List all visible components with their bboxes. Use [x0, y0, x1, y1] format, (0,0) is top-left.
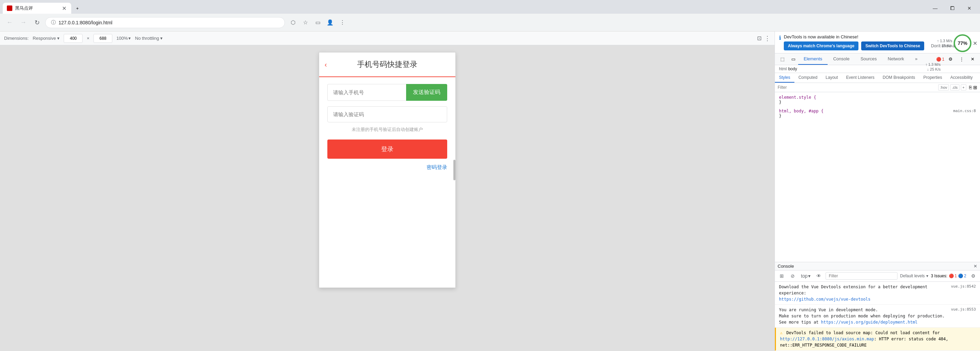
error-count: 1: [942, 57, 944, 62]
sidebar-icon[interactable]: ▭: [312, 17, 323, 28]
tab-styles[interactable]: Styles: [775, 73, 794, 83]
devtools-close-button[interactable]: ✕: [968, 54, 977, 64]
hint-text: 未注册的手机号验证后自动创建账户: [327, 126, 447, 132]
minimize-button[interactable]: —: [927, 3, 943, 14]
zoom-select[interactable]: 100% ▾: [116, 36, 131, 41]
styles-filter-row: :hov .cls + ⎘ ⊞: [775, 83, 980, 92]
console-messages: vue.js:8542 Download the Vue Devtools ex…: [775, 282, 980, 351]
password-login-link[interactable]: 密码登录: [426, 164, 447, 170]
devtools-device-icon[interactable]: ▭: [789, 54, 798, 64]
download-stat: ↓ 25 K/s: [925, 67, 940, 71]
dimensions-label: Dimensions:: [4, 36, 29, 41]
throttle-label: No throttling: [135, 36, 159, 41]
url-text: 127.0.0.1:8080/login.html: [59, 20, 279, 26]
vue-devtools-link[interactable]: https://github.com/vuejs/vue-devtools: [779, 297, 870, 302]
breadcrumb-body[interactable]: body: [788, 67, 797, 71]
tab-elements[interactable]: Elements: [798, 53, 827, 65]
console-clear-button[interactable]: ⊘: [789, 272, 797, 280]
tab-sources[interactable]: Sources: [855, 53, 882, 65]
console-levels-chevron: ▾: [926, 274, 928, 278]
back-button[interactable]: ←: [4, 17, 15, 28]
device-more-icon[interactable]: ⋮: [764, 35, 770, 42]
tab-close-button[interactable]: ✕: [61, 5, 67, 11]
close-window-button[interactable]: ✕: [961, 3, 977, 14]
banner-info-icon: ℹ: [779, 35, 781, 41]
download-stat-2: ↓ 25 K/s: [937, 43, 952, 48]
console-settings-button[interactable]: ⚙: [969, 272, 977, 280]
breadcrumb-html[interactable]: html: [779, 67, 787, 71]
device-type-select[interactable]: Responsive ▾: [33, 36, 60, 41]
console-close-button[interactable]: ✕: [974, 263, 977, 269]
axios-map-link[interactable]: http://127.0.0.1:8080/js/axios.min.map: [780, 337, 874, 341]
cast-icon[interactable]: ⬡: [288, 17, 299, 28]
throttle-select[interactable]: No throttling ▾: [135, 36, 163, 41]
console-sidebar-toggle[interactable]: ⊞: [778, 272, 786, 280]
tab-favicon: [7, 5, 12, 11]
console-message-2: vue.js:8553 You are running Vue in devel…: [775, 305, 980, 328]
menu-icon[interactable]: ⋮: [337, 17, 348, 28]
send-code-button[interactable]: 发送验证码: [406, 84, 447, 101]
css-source-link[interactable]: main.css:8: [953, 108, 976, 113]
forward-button[interactable]: →: [18, 17, 29, 28]
tab-accessibility[interactable]: Accessibility: [946, 73, 977, 83]
back-arrow-icon[interactable]: ‹: [325, 61, 327, 69]
more-style-icon[interactable]: ⊞: [973, 85, 977, 90]
console-context-select[interactable]: top ▾: [800, 272, 812, 280]
devtools-panel: ↑ 1.3 M/s ↓ 25 K/s ↑ 1.3 M/s ↓ 25 K/s 77…: [775, 32, 980, 351]
console-msg-source-2[interactable]: vue.js:8553: [951, 307, 976, 313]
console-message-3: ⚠ DevTools failed to load source map: Co…: [775, 328, 980, 351]
width-input[interactable]: [64, 34, 83, 43]
zoom-label: 100%: [116, 36, 128, 41]
add-style-button[interactable]: +: [961, 84, 966, 91]
tab-properties[interactable]: Properties: [920, 73, 947, 83]
new-tab-button[interactable]: +: [73, 3, 82, 13]
tab-event-listeners[interactable]: Event Listeners: [842, 73, 879, 83]
main-content-area: Dimensions: Responsive ▾ × 100% ▾ No thr…: [0, 32, 980, 351]
error-icon: 🔴: [936, 57, 941, 62]
browser-tab-active[interactable]: 黑马点评 ✕: [3, 3, 71, 14]
login-header: ‹ 手机号码快捷登录: [319, 53, 455, 77]
tab-computed[interactable]: Computed: [794, 73, 821, 83]
phone-input[interactable]: [327, 84, 406, 101]
verification-code-input[interactable]: [327, 106, 447, 122]
rotate-icon[interactable]: ⊡: [757, 35, 762, 41]
cls-filter-button[interactable]: .cls: [950, 84, 959, 91]
devtools-settings-button[interactable]: ⚙: [946, 54, 955, 64]
console-levels-select[interactable]: Default levels ▾: [900, 274, 928, 278]
switch-devtools-button[interactable]: Switch DevTools to Chinese: [861, 41, 924, 50]
devtools-banner-close[interactable]: ✕: [973, 40, 977, 46]
issues-red-count: 🔴 1: [949, 274, 957, 278]
tab-bar: 黑马点评 ✕ + — ⧠ ✕: [0, 0, 980, 14]
address-bar[interactable]: ⓘ 127.0.0.1:8080/login.html: [45, 17, 285, 28]
console-msg-source-1[interactable]: vue.js:8542: [951, 284, 976, 290]
tab-console[interactable]: Console: [827, 53, 855, 65]
tab-network[interactable]: Network: [882, 53, 910, 65]
console-filter-input[interactable]: [826, 272, 897, 280]
devtools-more-button[interactable]: ⋮: [957, 54, 966, 64]
profile-icon[interactable]: 👤: [325, 17, 336, 28]
hov-filter-button[interactable]: :hov: [938, 84, 949, 91]
phone-display-area: ‹ 手机号码快捷登录 发送验证码 未注册的手机号验证后自动创建账户 登录: [0, 45, 775, 351]
dimension-separator: ×: [87, 36, 89, 41]
refresh-button[interactable]: ↻: [32, 17, 43, 28]
devtools-inspect-icon[interactable]: ⬚: [778, 54, 787, 64]
maximize-button[interactable]: ⧠: [944, 3, 960, 14]
match-language-button[interactable]: Always match Chrome's language: [784, 41, 858, 50]
css-rule-element-style: element.style { }: [779, 95, 976, 105]
tab-dom-breakpoints[interactable]: DOM Breakpoints: [879, 73, 920, 83]
tab-layout[interactable]: Layout: [821, 73, 842, 83]
css-rule-selector-2: html, body, #app { main.css:8: [779, 108, 976, 113]
error-indicator: 🔴 1: [936, 57, 944, 62]
browser-window: 黑马点评 ✕ + — ⧠ ✕ ← → ↻ ⓘ 127.0.0.1:8080/lo…: [0, 0, 980, 351]
tab-title: 黑马点评: [15, 5, 58, 11]
copy-style-icon[interactable]: ⎘: [969, 85, 972, 90]
tab-more[interactable]: »: [910, 53, 923, 65]
console-eye-icon[interactable]: 👁: [815, 272, 823, 280]
network-stats: ↑ 1.3 M/s ↓ 25 K/s: [925, 62, 940, 71]
height-input[interactable]: [94, 34, 112, 43]
bookmark-icon[interactable]: ☆: [300, 17, 311, 28]
speed-circle: 77%: [954, 34, 971, 52]
styles-filter-input[interactable]: [778, 85, 937, 90]
login-button[interactable]: 登录: [327, 139, 447, 159]
vuejs-guide-link[interactable]: https://vuejs.org/guide/deployment.html: [821, 320, 918, 325]
